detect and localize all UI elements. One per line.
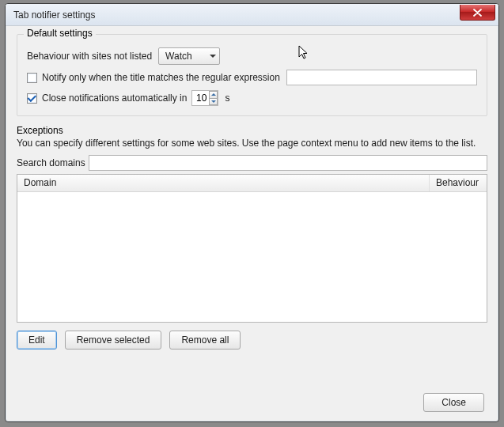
close-auto-label: Close notifications automatically in: [42, 93, 187, 104]
close-icon: [473, 9, 482, 17]
close-auto-unit: s: [225, 93, 229, 104]
notify-regex-label: Notify only when the title matches the r…: [42, 72, 280, 83]
default-settings-group: Default settings Behaviour with sites no…: [17, 34, 487, 116]
close-auto-checkbox[interactable]: [27, 93, 37, 104]
content-area: Default settings Behaviour with sites no…: [6, 26, 498, 356]
close-auto-row: Close notifications automatically in s: [27, 90, 477, 106]
spinner-down-button[interactable]: [209, 98, 218, 106]
titlebar[interactable]: Tab notifier settings: [6, 4, 498, 26]
exceptions-description: You can specify different settings for s…: [17, 138, 487, 149]
search-domains-input[interactable]: [89, 155, 487, 171]
notify-regex-row: Notify only when the title matches the r…: [27, 70, 477, 85]
window-close-button[interactable]: [460, 5, 495, 21]
column-behaviour[interactable]: Behaviour: [430, 175, 487, 191]
spinner-up-button[interactable]: [209, 91, 218, 98]
behaviour-label: Behaviour with sites not listed: [27, 51, 152, 62]
notify-regex-checkbox[interactable]: [27, 73, 37, 83]
notify-regex-input[interactable]: [286, 70, 477, 85]
exceptions-list-body[interactable]: [17, 192, 487, 322]
remove-all-button[interactable]: Remove all: [169, 331, 241, 350]
edit-button[interactable]: Edit: [17, 331, 57, 350]
exceptions-list[interactable]: Domain Behaviour: [17, 174, 487, 323]
search-row: Search domains: [17, 155, 487, 171]
behaviour-value: Watch: [165, 51, 192, 62]
close-button[interactable]: Close: [423, 393, 484, 412]
chevron-up-icon: [211, 93, 216, 96]
window-title: Tab notifier settings: [13, 9, 95, 21]
exceptions-buttons: Edit Remove selected Remove all: [17, 331, 487, 350]
search-domains-label: Search domains: [17, 157, 85, 168]
exceptions-list-header: Domain Behaviour: [17, 175, 487, 192]
behaviour-combobox[interactable]: Watch: [158, 47, 220, 65]
chevron-down-icon: [210, 55, 216, 58]
behaviour-row: Behaviour with sites not listed Watch: [27, 47, 477, 65]
default-settings-legend: Default settings: [24, 28, 96, 39]
column-domain[interactable]: Domain: [17, 175, 430, 191]
chevron-down-icon: [211, 100, 216, 103]
footer: Close: [423, 393, 484, 412]
remove-selected-button[interactable]: Remove selected: [65, 331, 162, 350]
exceptions-legend: Exceptions: [17, 125, 487, 136]
settings-window: Tab notifier settings Default settings B…: [5, 3, 499, 422]
